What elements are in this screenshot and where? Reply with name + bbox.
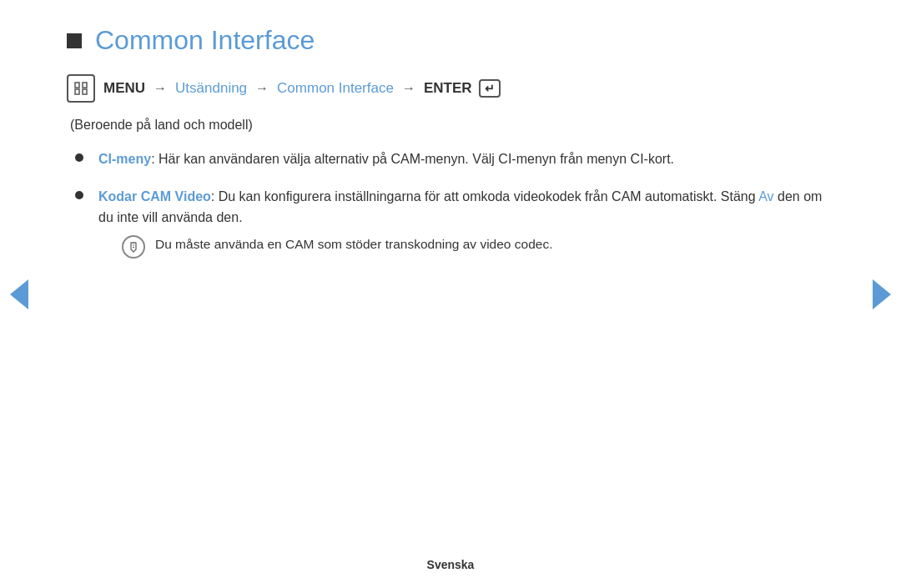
enter-label: ENTER bbox=[424, 80, 472, 97]
next-page-button[interactable] bbox=[873, 279, 891, 309]
menu-link-utsandning: Utsändning bbox=[175, 80, 247, 97]
bullet-2-text-before: : Du kan konfigurera inställningarna för… bbox=[211, 189, 758, 204]
menu-link-common-interface: Common Interface bbox=[277, 80, 394, 97]
bullet-list: CI-meny: Här kan användaren välja altern… bbox=[75, 149, 834, 259]
page-container: Common Interface MENU → Utsändning → Com… bbox=[0, 0, 901, 588]
bullet-text-1-body: : Här kan användaren välja alternativ på… bbox=[151, 152, 674, 166]
bullet-dot-icon bbox=[75, 191, 83, 199]
bullet-text-1: CI-meny: Här kan användaren välja altern… bbox=[98, 149, 834, 170]
note-text: Du måste använda en CAM som stöder trans… bbox=[155, 234, 552, 254]
list-item: Kodar CAM Video: Du kan konfigurera inst… bbox=[75, 187, 834, 259]
term-ci-meny: CI-meny bbox=[98, 152, 151, 166]
arrow-1: → bbox=[154, 81, 167, 96]
title-row: Common Interface bbox=[67, 25, 834, 56]
arrow-3: → bbox=[402, 81, 415, 96]
note-icon bbox=[122, 235, 145, 259]
page-title: Common Interface bbox=[95, 25, 315, 56]
footer-language: Svenska bbox=[0, 558, 901, 571]
bullet-text-2: Kodar CAM Video: Du kan konfigurera inst… bbox=[98, 187, 834, 259]
bullet-dot-icon bbox=[75, 153, 83, 162]
menu-icon bbox=[67, 74, 95, 103]
bullet-2-inline-link: Av bbox=[758, 189, 773, 204]
menu-path: MENU → Utsändning → Common Interface → E… bbox=[67, 74, 834, 103]
arrow-2: → bbox=[255, 81, 269, 96]
list-item: CI-meny: Här kan användaren välja altern… bbox=[75, 149, 834, 170]
title-square-icon bbox=[67, 33, 82, 48]
prev-page-button[interactable] bbox=[10, 279, 28, 309]
menu-bold-label: MENU bbox=[103, 80, 145, 97]
term-kodar-cam-video: Kodar CAM Video bbox=[98, 189, 211, 204]
subtitle-note: (Beroende på land och modell) bbox=[70, 118, 834, 133]
note-block: Du måste använda en CAM som stöder trans… bbox=[122, 234, 834, 259]
enter-box-icon: ↵ bbox=[479, 79, 501, 98]
